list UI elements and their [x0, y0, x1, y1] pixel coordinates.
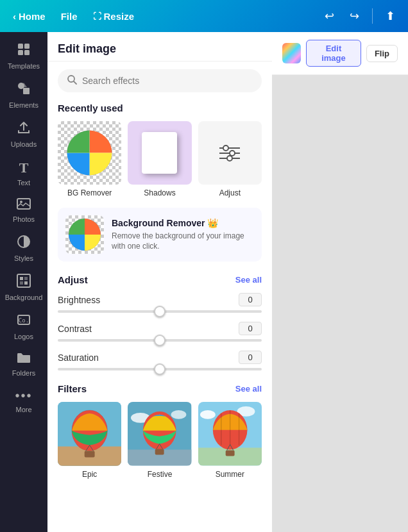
epic-label: Epic	[82, 470, 97, 479]
contrast-slider-row: Contrast 0	[58, 322, 262, 342]
adjust-icon-svg	[217, 143, 242, 163]
text-label: Text	[17, 179, 30, 187]
back-icon: ‹	[13, 11, 16, 22]
brightness-track[interactable]	[58, 310, 262, 313]
contrast-thumb[interactable]	[154, 335, 166, 346]
photos-icon	[17, 198, 31, 213]
filter-grid: Epic	[58, 402, 262, 478]
saturation-slider-row: Saturation 0	[58, 351, 262, 370]
sidebar-item-uploads[interactable]: Uploads	[2, 115, 46, 153]
svg-rect-3	[24, 50, 30, 55]
promo-title: Background Remover 👑	[112, 218, 254, 228]
color-swatch[interactable]	[282, 43, 301, 63]
topbar-separator	[372, 8, 373, 24]
sidebar: Templates Elements Uploads T	[0, 32, 47, 532]
adjust-thumbnail	[198, 121, 262, 185]
svg-rect-12	[24, 277, 28, 280]
svg-rect-2	[18, 50, 23, 55]
brightness-thumb[interactable]	[154, 306, 166, 317]
upload-button[interactable]: ⬆	[380, 6, 400, 26]
brightness-label: Brightness	[58, 295, 100, 305]
festive-label: Festive	[148, 470, 173, 479]
svg-rect-1	[24, 44, 30, 49]
filter-card-festive[interactable]: Festive	[128, 402, 191, 478]
svg-rect-11	[20, 277, 23, 280]
shadows-thumbnail	[128, 121, 191, 185]
brightness-value: 0	[239, 293, 262, 306]
bg-remover-label: BG Remover	[67, 188, 112, 197]
saturation-track[interactable]	[58, 368, 262, 370]
svg-point-38	[171, 410, 187, 419]
saturation-value: 0	[239, 351, 262, 364]
text-icon: T	[19, 160, 29, 176]
uploads-label: Uploads	[11, 140, 37, 148]
edit-image-button[interactable]: Edit image	[306, 40, 361, 67]
saturation-header: Saturation 0	[58, 351, 262, 364]
sidebar-item-elements[interactable]: Elements	[2, 76, 46, 114]
styles-icon	[17, 235, 31, 252]
promo-description: Remove the background of your image with…	[112, 231, 254, 253]
effect-card-adjust[interactable]: Adjust	[198, 121, 262, 197]
file-button[interactable]: File	[56, 8, 83, 24]
sidebar-item-background[interactable]: Background	[2, 269, 46, 306]
back-button[interactable]: ‹ Home	[8, 8, 51, 24]
promo-card[interactable]: Background Remover 👑 Remove the backgrou…	[58, 208, 262, 262]
crown-icon: 👑	[207, 218, 218, 228]
filter-card-summer[interactable]: Summer	[198, 402, 262, 478]
sidebar-item-logos[interactable]: Co. Logos	[2, 308, 46, 345]
uploads-icon	[17, 121, 31, 138]
sidebar-item-templates[interactable]: Templates	[2, 37, 46, 75]
elements-icon	[17, 81, 31, 99]
background-label: Background	[5, 294, 43, 301]
shadow-box	[142, 132, 177, 174]
sidebar-item-styles[interactable]: Styles	[2, 229, 46, 267]
background-icon	[17, 274, 31, 291]
recently-used-title: Recently used	[58, 103, 123, 113]
more-label: More	[15, 406, 31, 413]
search-bar[interactable]	[58, 69, 262, 92]
effect-card-bg-remover[interactable]: BG Remover	[58, 121, 121, 197]
resize-icon: ⛶	[93, 12, 101, 21]
promo-thumbnail	[65, 215, 104, 254]
flip-button[interactable]: Flip	[366, 45, 398, 62]
sidebar-item-more[interactable]: ••• More	[2, 383, 46, 419]
saturation-thumb[interactable]	[154, 363, 166, 375]
photos-label: Photos	[13, 215, 35, 223]
contrast-track[interactable]	[58, 339, 262, 342]
promo-text: Background Remover 👑 Remove the backgrou…	[112, 218, 254, 253]
bg-remover-thumbnail	[58, 121, 121, 185]
sidebar-item-text[interactable]: T Text	[2, 154, 46, 192]
summer-label: Summer	[216, 470, 244, 479]
adjust-label: Adjust	[219, 188, 241, 197]
filters-section-title: Filters	[58, 383, 87, 394]
panel-body: Recently used	[47, 62, 272, 532]
svg-rect-14	[24, 281, 28, 285]
saturation-label: Saturation	[58, 353, 99, 363]
more-icon: •••	[15, 388, 32, 403]
filters-see-all[interactable]: See all	[235, 384, 262, 394]
sidebar-item-photos[interactable]: Photos	[2, 193, 46, 228]
elements-label: Elements	[9, 101, 38, 109]
recently-used-header: Recently used	[58, 103, 262, 113]
undo-button[interactable]: ↩	[319, 6, 339, 26]
slider-group: Brightness 0 Contrast 0	[58, 293, 262, 370]
styles-label: Styles	[14, 254, 33, 262]
search-input[interactable]	[82, 76, 253, 86]
sidebar-item-folders[interactable]: Folders	[2, 347, 46, 382]
effect-card-shadows[interactable]: Shadows	[128, 121, 191, 197]
filters-section-header: Filters See all	[58, 383, 262, 394]
adjust-see-all[interactable]: See all	[235, 275, 262, 285]
svg-point-24	[223, 145, 228, 151]
promo-ball-svg	[65, 215, 104, 254]
canvas-area: Edit image Flip	[272, 32, 408, 532]
svg-rect-51	[225, 451, 234, 456]
canvas-toolbar: Edit image Flip	[272, 32, 408, 75]
svg-rect-40	[155, 449, 164, 455]
filter-card-epic[interactable]: Epic	[58, 402, 121, 478]
brightness-slider-row: Brightness 0	[58, 293, 262, 313]
svg-rect-7	[17, 199, 30, 209]
resize-button[interactable]: ⛶ Resize	[88, 8, 140, 24]
shadows-label: Shadows	[144, 188, 175, 197]
redo-button[interactable]: ↪	[344, 6, 364, 26]
beach-ball-svg	[65, 129, 114, 177]
